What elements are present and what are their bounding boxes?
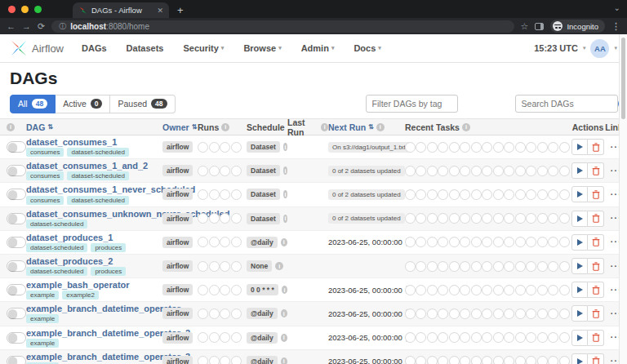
dag-tag[interactable]: dataset-scheduled: [26, 267, 87, 276]
status-circle[interactable]: [515, 309, 526, 319]
forward-icon[interactable]: →: [22, 22, 31, 31]
status-circle[interactable]: [548, 332, 558, 343]
status-circle[interactable]: [548, 261, 558, 272]
status-circle[interactable]: [405, 142, 416, 153]
info-icon[interactable]: i: [221, 123, 229, 131]
delete-dag-button[interactable]: [588, 211, 604, 227]
header-owner[interactable]: Owner⇅: [162, 122, 198, 132]
status-circle[interactable]: [526, 166, 536, 176]
status-circle[interactable]: [416, 309, 426, 319]
close-window-button[interactable]: [8, 6, 16, 13]
side-panel-icon[interactable]: [535, 23, 544, 30]
status-circle[interactable]: [449, 332, 460, 343]
trigger-dag-button[interactable]: [571, 353, 588, 364]
info-icon[interactable]: i: [282, 286, 287, 294]
bookmark-star-icon[interactable]: ☆: [521, 21, 529, 32]
status-circle[interactable]: [460, 189, 470, 200]
status-circle[interactable]: [405, 237, 416, 247]
status-circle[interactable]: [537, 356, 548, 364]
status-circle[interactable]: [438, 166, 448, 176]
dag-name-link[interactable]: dataset_produces_1: [26, 233, 113, 242]
status-circle[interactable]: [537, 166, 548, 176]
status-circle[interactable]: [537, 142, 548, 153]
trigger-dag-button[interactable]: [571, 282, 588, 298]
status-circle[interactable]: [460, 261, 470, 272]
status-circle[interactable]: [493, 213, 504, 224]
status-circle[interactable]: [526, 213, 536, 224]
dag-tag[interactable]: produces: [91, 243, 126, 252]
status-circle[interactable]: [449, 285, 460, 295]
status-circle[interactable]: [427, 142, 438, 153]
info-icon[interactable]: i: [462, 123, 470, 131]
status-circle[interactable]: [231, 213, 242, 224]
status-circle[interactable]: [209, 356, 220, 364]
status-circle[interactable]: [198, 189, 208, 200]
status-circle[interactable]: [559, 309, 570, 319]
status-circle[interactable]: [231, 166, 242, 176]
status-circle[interactable]: [526, 356, 536, 364]
status-circle[interactable]: [198, 142, 208, 153]
dag-pause-toggle[interactable]: [7, 356, 26, 364]
status-circle[interactable]: [220, 166, 230, 176]
minimize-window-button[interactable]: [21, 6, 29, 13]
status-circle[interactable]: [209, 261, 220, 272]
schedule-badge[interactable]: 0 0 * * *: [247, 284, 278, 295]
dag-tag[interactable]: example2: [62, 291, 99, 300]
status-circle[interactable]: [471, 356, 482, 364]
status-circle[interactable]: [405, 261, 416, 272]
back-icon[interactable]: ←: [7, 22, 16, 31]
status-circle[interactable]: [548, 356, 558, 364]
status-circle[interactable]: [493, 189, 504, 200]
status-circle[interactable]: [460, 356, 470, 364]
status-circle[interactable]: [427, 332, 438, 343]
schedule-badge[interactable]: @daily: [247, 332, 278, 344]
browser-tab[interactable]: DAGs - Airflow ✕: [73, 2, 169, 18]
dag-name-link[interactable]: dataset_produces_2: [26, 256, 113, 266]
delete-dag-button[interactable]: [588, 353, 604, 364]
info-icon[interactable]: i: [7, 123, 15, 131]
status-circle[interactable]: [526, 142, 536, 153]
status-circle[interactable]: [438, 237, 448, 247]
status-circle[interactable]: [405, 309, 416, 319]
dag-pause-toggle[interactable]: [7, 141, 26, 153]
status-circle[interactable]: [471, 166, 482, 176]
status-circle[interactable]: [209, 237, 220, 247]
status-circle[interactable]: [416, 142, 426, 153]
page-scrollbar[interactable]: [619, 34, 627, 364]
status-circle[interactable]: [449, 189, 460, 200]
status-circle[interactable]: [438, 189, 448, 200]
status-circle[interactable]: [559, 189, 570, 200]
dag-tag[interactable]: consumes: [26, 196, 64, 205]
status-circle[interactable]: [209, 332, 220, 343]
owner-badge[interactable]: airflow: [162, 284, 193, 295]
status-circle[interactable]: [405, 189, 416, 200]
airflow-brand[interactable]: Airflow: [10, 39, 64, 57]
status-circle[interactable]: [460, 332, 470, 343]
status-circle[interactable]: [493, 309, 504, 319]
status-circle[interactable]: [504, 332, 514, 343]
status-circle[interactable]: [504, 237, 514, 247]
dag-pause-toggle[interactable]: [7, 213, 26, 224]
status-circle[interactable]: [427, 261, 438, 272]
dag-tag[interactable]: dataset-scheduled: [67, 171, 128, 180]
status-circle[interactable]: [416, 261, 426, 272]
status-circle[interactable]: [515, 189, 526, 200]
status-circle[interactable]: [460, 166, 470, 176]
dag-tag[interactable]: consumes: [26, 148, 64, 157]
address-bar[interactable]: ⓘ localhost:8080/home: [51, 20, 514, 33]
trigger-dag-button[interactable]: [571, 139, 588, 155]
owner-badge[interactable]: airflow: [162, 308, 193, 319]
status-circle[interactable]: [198, 166, 208, 176]
status-circle[interactable]: [515, 237, 526, 247]
owner-badge[interactable]: airflow: [162, 332, 193, 344]
status-circle[interactable]: [526, 261, 536, 272]
filter-active-button[interactable]: Active0: [56, 95, 110, 113]
status-circle[interactable]: [548, 309, 558, 319]
status-circle[interactable]: [198, 261, 208, 272]
status-circle[interactable]: [220, 213, 230, 224]
status-circle[interactable]: [449, 237, 460, 247]
scrollbar-thumb[interactable]: [621, 38, 625, 119]
status-circle[interactable]: [504, 213, 514, 224]
dag-pause-toggle[interactable]: [7, 284, 26, 295]
status-circle[interactable]: [427, 237, 438, 247]
